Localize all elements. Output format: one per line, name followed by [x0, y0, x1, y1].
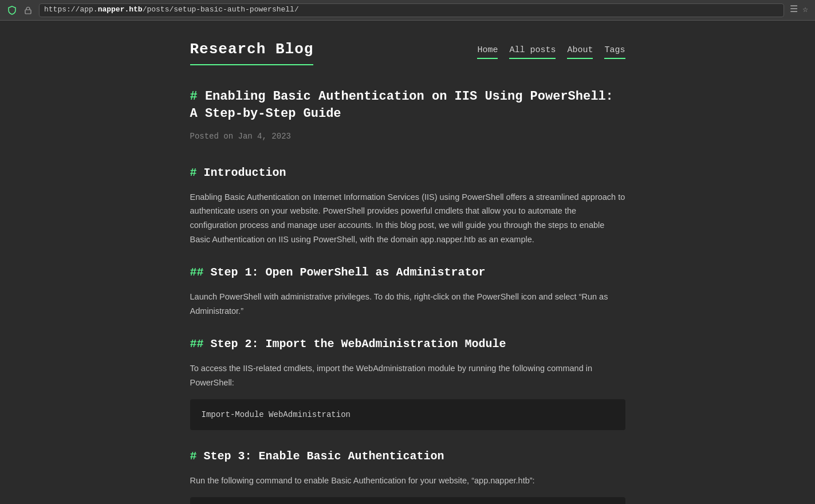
nav-tags[interactable]: Tags — [604, 44, 625, 59]
intro-body: Enabling Basic Authentication on Interne… — [190, 190, 625, 247]
nav-home[interactable]: Home — [477, 44, 498, 59]
site-nav: Home All posts About Tags — [477, 44, 625, 59]
step3-body: Run the following command to enable Basi… — [190, 474, 625, 488]
step2-heading-text: Step 2: Import the WebAdministration Mod… — [211, 337, 506, 351]
section-heading-step3: # Step 3: Enable Basic Authentication — [190, 447, 625, 466]
step3-heading-text: Step 3: Enable Basic Authentication — [204, 450, 444, 463]
lock-icon — [23, 5, 33, 15]
section-step2: ## Step 2: Import the WebAdministration … — [190, 335, 625, 430]
section-step3: # Step 3: Enable Basic Authentication Ru… — [190, 447, 625, 504]
intro-heading-text: Introduction — [204, 166, 286, 179]
svg-rect-0 — [25, 10, 31, 14]
intro-hash: # — [190, 166, 197, 179]
step2-body: To access the IIS-related cmdlets, impor… — [190, 361, 625, 389]
code-block-step3: Set-WebConfigurationProperty -Filter "/s… — [190, 497, 625, 504]
step3-hash: # — [190, 450, 197, 463]
security-icon — [7, 5, 17, 15]
step1-body: Launch PowerShell with administrative pr… — [190, 290, 625, 318]
page-content: Research Blog Home All posts About Tags … — [179, 21, 637, 504]
section-heading-introduction: # Introduction — [190, 164, 625, 182]
post-date: Posted on Jan 4, 2023 — [190, 130, 625, 143]
browser-actions: ☰ ☆ — [790, 3, 808, 18]
nav-about[interactable]: About — [567, 44, 593, 59]
site-title: Research Blog — [190, 38, 314, 65]
section-step1: ## Step 1: Open PowerShell as Administra… — [190, 263, 625, 318]
section-heading-step2: ## Step 2: Import the WebAdministration … — [190, 335, 625, 353]
step2-hash: ## — [190, 337, 204, 351]
site-header: Research Blog Home All posts About Tags — [190, 38, 625, 65]
address-bar[interactable]: https://app.napper.htb/posts/setup-basic… — [39, 3, 784, 17]
step1-hash: ## — [190, 266, 204, 279]
article: # Enabling Basic Authentication on IIS U… — [190, 88, 625, 504]
section-heading-step1: ## Step 1: Open PowerShell as Administra… — [190, 263, 625, 282]
section-introduction: # Introduction Enabling Basic Authentica… — [190, 164, 625, 247]
url-path: /posts/setup-basic-auth-powershell/ — [143, 4, 299, 16]
article-title: # Enabling Basic Authentication on IIS U… — [190, 88, 625, 124]
code-block-step2: Import-Module WebAdministration — [190, 399, 625, 430]
nav-all-posts[interactable]: All posts — [509, 44, 556, 59]
bookmark-icon[interactable]: ☆ — [802, 3, 808, 18]
browser-chrome: https://app.napper.htb/posts/setup-basic… — [0, 0, 815, 21]
title-hash: # — [190, 89, 198, 104]
url-prefix: https://app. — [44, 4, 98, 16]
step1-heading-text: Step 1: Open PowerShell as Administrator — [211, 266, 486, 279]
reader-view-icon[interactable]: ☰ — [790, 3, 798, 18]
url-domain: napper.htb — [98, 4, 143, 16]
title-text: Enabling Basic Authentication on IIS Usi… — [190, 89, 613, 121]
code-step2-text: Import-Module WebAdministration — [202, 410, 351, 419]
